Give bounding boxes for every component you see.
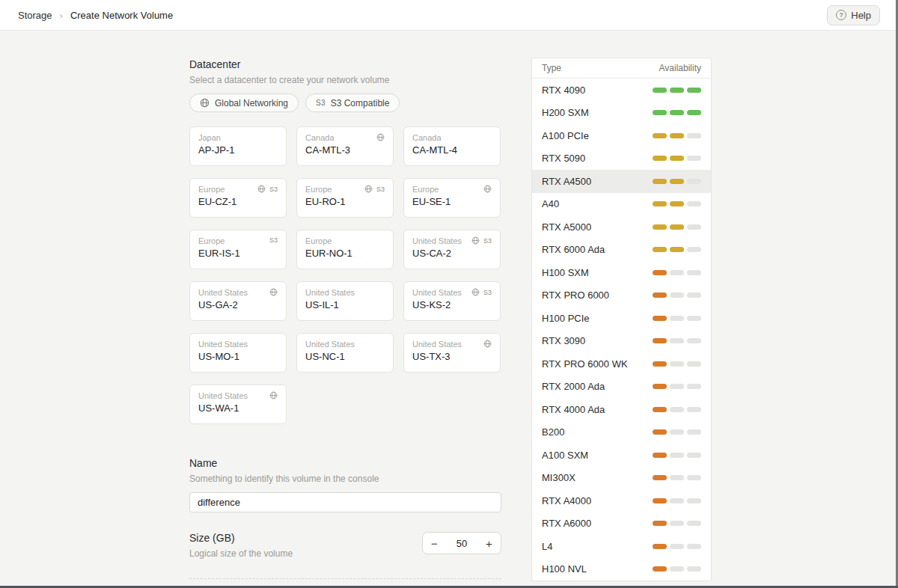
gpu-row[interactable]: B200 [532, 421, 711, 444]
size-increment-button[interactable]: + [477, 533, 501, 554]
globe-icon [257, 185, 266, 193]
datacenter-section-subtitle: Select a datacenter to create your netwo… [189, 75, 501, 85]
gpu-type-label: H200 SXM [542, 107, 589, 118]
gpu-row[interactable]: RTX 6000 Ada [532, 239, 711, 262]
globe-icon [269, 391, 278, 399]
datacenter-card[interactable]: United States S3 US-CA-2 [403, 230, 501, 269]
availability-pill-gray [687, 521, 701, 526]
help-button[interactable]: ? Help [827, 5, 880, 25]
availability-pill-gray [687, 361, 701, 367]
availability-pill-orange [653, 453, 667, 458]
filter-label: Global Networking [215, 98, 288, 108]
availability-pill-gray [670, 293, 684, 298]
volume-name-input[interactable] [189, 492, 501, 512]
breadcrumb-storage[interactable]: Storage [18, 10, 52, 21]
datacenter-code: US-WA-1 [198, 402, 278, 414]
availability-pill-orange [653, 384, 667, 389]
availability-pill-gray [670, 361, 684, 367]
s3-icon: S3 [316, 99, 326, 107]
availability-indicator [653, 361, 701, 367]
availability-pill-gray [687, 133, 701, 138]
gpu-row[interactable]: RTX A5000 [532, 215, 711, 239]
gpu-row[interactable]: RTX A4000 [532, 489, 711, 512]
availability-pill-yellow [670, 156, 684, 161]
gpu-row[interactable]: H100 SXM [532, 261, 711, 284]
datacenter-card[interactable]: United States S3 US-TX-3 [403, 333, 501, 373]
gpu-row[interactable]: A100 SXM [532, 444, 711, 467]
datacenter-card[interactable]: Japan S3 AP-JP-1 [189, 126, 287, 166]
datacenter-card[interactable]: United States S3 US-WA-1 [189, 385, 287, 424]
datacenter-card[interactable]: Europe S3 EUR-NO-1 [296, 230, 394, 269]
filter-s3-compatible[interactable]: S3 S3 Compatible [305, 94, 400, 112]
availability-pill-gray [687, 247, 701, 252]
availability-pill-gray [670, 498, 684, 503]
gpu-row[interactable]: H200 SXM [532, 102, 711, 125]
datacenter-region-label: United States [412, 288, 462, 297]
datacenter-card[interactable]: Canada S3 CA-MTL-4 [403, 126, 501, 166]
gpu-row[interactable]: RTX A6000 [532, 512, 711, 536]
size-stepper: − 50 + [422, 532, 501, 554]
help-button-label: Help [851, 10, 871, 21]
datacenter-card[interactable]: Europe S3 EUR-IS-1 [189, 230, 287, 269]
name-section-subtitle: Something to identify this volume in the… [189, 474, 501, 484]
gpu-row[interactable]: H100 PCIe [532, 307, 711, 330]
availability-pill-gray [687, 316, 701, 321]
availability-pill-yellow [670, 224, 684, 230]
datacenter-card[interactable]: United States S3 US-NC-1 [296, 333, 394, 373]
availability-pill-yellow [670, 133, 684, 138]
question-circle-icon: ? [836, 10, 846, 20]
datacenter-card[interactable]: United States S3 US-KS-2 [403, 281, 501, 321]
top-bar: Storage › Create Network Volume ? Help [0, 0, 898, 31]
datacenter-card[interactable]: United States S3 US-IL-1 [296, 281, 394, 321]
globe-icon [269, 288, 278, 296]
gpu-row[interactable]: RTX 4000 Ada [532, 398, 711, 421]
availability-pill-green [670, 88, 684, 93]
datacenter-card[interactable]: Canada S3 CA-MTL-3 [296, 126, 394, 166]
datacenter-card[interactable]: Europe S3 EU-RO-1 [296, 178, 394, 218]
availability-indicator [653, 247, 701, 252]
availability-pill-yellow [670, 201, 684, 206]
datacenter-card[interactable]: Europe S3 EU-SE-1 [403, 178, 501, 218]
datacenter-card-icons: S3 [364, 185, 385, 193]
gpu-row[interactable]: MI300X [532, 467, 711, 490]
datacenter-card[interactable]: United States S3 US-MO-1 [189, 333, 287, 373]
size-decrement-button[interactable]: − [423, 533, 446, 554]
datacenter-card[interactable]: Europe S3 EU-CZ-1 [189, 178, 287, 218]
main-content: Datacenter Select a datacenter to create… [0, 31, 898, 588]
globe-icon [376, 133, 385, 141]
datacenter-code: EUR-IS-1 [198, 248, 278, 259]
availability-pill-gray [687, 544, 701, 549]
availability-pill-gray [687, 566, 701, 572]
datacenter-region-label: Japan [198, 133, 221, 142]
gpu-table-rows: RTX 4090 H200 SXM A100 PCIe RTX 5090 [532, 79, 711, 581]
gpu-row[interactable]: RTX PRO 6000 WK [532, 352, 711, 376]
page-title: Create Network Volume [70, 10, 173, 21]
datacenter-code: CA-MTL-4 [412, 144, 492, 156]
column-availability: Availability [659, 63, 701, 73]
gpu-row[interactable]: RTX PRO 6000 [532, 284, 711, 307]
availability-pill-gray [670, 429, 684, 435]
gpu-row[interactable]: L4 [532, 535, 711, 558]
gpu-row[interactable]: RTX 4090 [532, 79, 711, 102]
gpu-row[interactable]: A40 [532, 193, 711, 216]
gpu-type-label: RTX 4090 [542, 85, 585, 96]
section-divider [189, 578, 501, 579]
datacenter-card[interactable]: United States S3 US-GA-2 [189, 281, 287, 321]
availability-pill-orange [653, 316, 667, 321]
gpu-type-label: RTX 4000 Ada [542, 404, 605, 415]
gpu-row[interactable]: RTX 5090 [532, 147, 711, 171]
datacenter-code: US-NC-1 [305, 351, 385, 362]
datacenter-card-icons: S3 [269, 288, 278, 296]
gpu-row[interactable]: H100 NVL [532, 558, 711, 581]
gpu-row[interactable]: A100 PCIe [532, 124, 711, 147]
availability-pill-green [653, 88, 667, 93]
datacenter-grid: Japan S3 AP-JP-1 [189, 126, 501, 424]
datacenter-region-label: United States [305, 340, 355, 349]
gpu-row[interactable]: RTX 3090 [532, 330, 711, 353]
gpu-row[interactable]: RTX 2000 Ada [532, 376, 711, 399]
availability-pill-gray [670, 407, 684, 412]
size-value[interactable]: 50 [446, 538, 477, 549]
gpu-row[interactable]: RTX A4500 [532, 170, 711, 193]
filter-global-networking[interactable]: Global Networking [189, 94, 299, 112]
availability-indicator [653, 544, 701, 549]
